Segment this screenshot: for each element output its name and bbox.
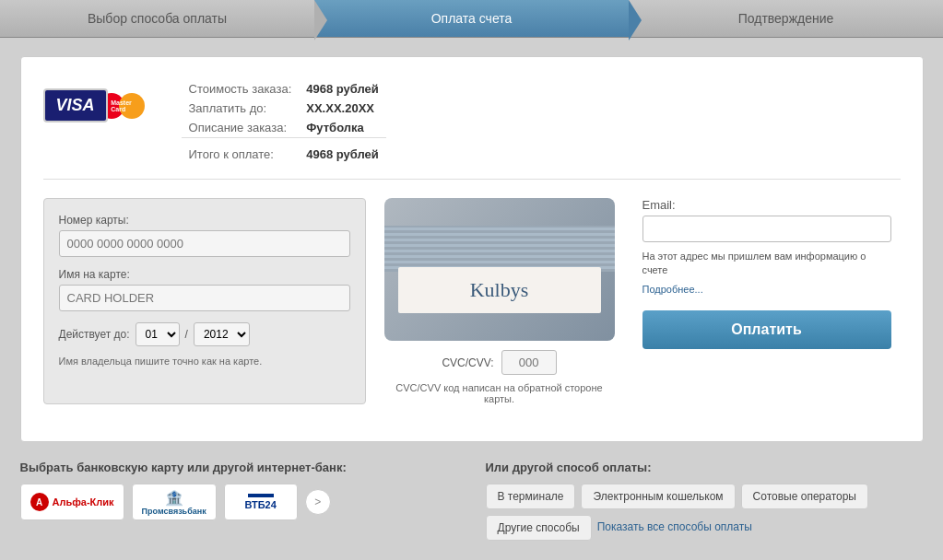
card-visual-panel: Kulbys CVC/CVV: CVC/CVV код написан на о… (384, 198, 615, 404)
cvc-note: CVC/CVV код написан на обратной стороне … (384, 382, 615, 404)
total-label: Итого к оплате: (182, 138, 300, 165)
expiry-separator: / (185, 328, 188, 341)
card-name-label: Имя на карте: (59, 268, 350, 281)
card-logos: VISA MasterCard (43, 88, 145, 122)
card-name-group: Имя на карте: (59, 268, 350, 311)
alfa-label: Альфа-Клик (53, 496, 114, 508)
card-details-panel: Номер карты: Имя на карте: Действует до:… (43, 198, 366, 404)
bank-select: Выбрать банковскую карту или другой инте… (20, 461, 458, 541)
bank-logos-row: А Альфа-Клик 🏦 Промсвязьбанк ВТБ24 > (20, 484, 458, 520)
vtb-label: ВТБ24 (244, 499, 276, 510)
signature-text: Kulbys (470, 278, 529, 302)
arrow-icon: > (314, 496, 321, 508)
mobile-button[interactable]: Сотовые операторы (741, 484, 868, 509)
bottom-section: Выбрать банковскую карту или другой инте… (20, 461, 924, 541)
bank-select-title: Выбрать банковскую карту или другой инте… (20, 461, 458, 474)
pay-before-label: Заплатить до: (182, 99, 300, 118)
card-number-label: Номер карты: (59, 214, 350, 227)
ewallet-button[interactable]: Электронным кошельком (581, 484, 735, 509)
promsvyaz-label: Промсвязьбанк (142, 507, 206, 516)
payment-tags: В терминале Электронным кошельком Сотовы… (486, 484, 924, 541)
email-input[interactable] (642, 216, 891, 242)
visa-logo: VISA (43, 88, 108, 122)
vtb-logo: ВТБ24 (244, 494, 276, 510)
main-content: VISA MasterCard Стоимость заказа: 4968 р… (20, 56, 924, 442)
email-more-link[interactable]: Подробнее... (642, 284, 703, 295)
total-value: 4968 рублей (299, 138, 386, 165)
pay-button[interactable]: Оплатить (642, 310, 891, 349)
email-pay-panel: Email: На этот адрес мы пришлем вам инфо… (633, 198, 901, 404)
nav-step-confirm[interactable]: Подтверждение (629, 0, 943, 37)
other-payment: Или другой способ оплаты: В терминале Эл… (486, 461, 924, 541)
email-note: На этот адрес мы пришлем вам информацию … (642, 250, 891, 278)
promsvyaz-icon: 🏦 (142, 489, 206, 507)
nav-step-select-label: Выбор способа оплаты (88, 11, 227, 26)
nav-step-payment[interactable]: Оплата счета (314, 0, 629, 37)
description-label: Описание заказа: (182, 118, 300, 138)
nav-step-confirm-label: Подтверждение (738, 11, 834, 26)
ewallet-label: Электронным кошельком (593, 490, 723, 503)
nav-step-select[interactable]: Выбор способа оплаты (0, 0, 314, 37)
cost-label: Стоимость заказа: (182, 79, 300, 99)
promsvyaz-logo: 🏦 Промсвязьбанк (142, 489, 206, 516)
pay-before-value: XX.XX.20XX (299, 99, 386, 118)
expiry-month-select[interactable]: 01020304 05060708 09101112 (136, 322, 180, 346)
description-value: Футболка (299, 118, 386, 138)
banks-next-button[interactable]: > (305, 489, 331, 515)
mc-text: MasterCard (111, 99, 132, 112)
vtb-bank-button[interactable]: ВТБ24 (224, 484, 298, 520)
nav-step-payment-label: Оплата счета (431, 11, 513, 26)
terminal-button[interactable]: В терминале (486, 484, 576, 509)
card-signature: Kulbys (398, 267, 601, 313)
order-info: VISA MasterCard Стоимость заказа: 4968 р… (43, 79, 901, 180)
other-payment-title: Или другой способ оплаты: (486, 461, 924, 474)
cost-value: 4968 рублей (299, 79, 386, 99)
other-methods-button[interactable]: Другие способы (486, 515, 592, 541)
alfa-icon: А (30, 493, 49, 511)
order-details: Стоимость заказа: 4968 рублей Заплатить … (182, 79, 901, 164)
card-note: Имя владельца пишите точно как на карте. (59, 356, 350, 367)
all-methods-link[interactable]: Показать все способы оплаты (597, 515, 752, 541)
terminal-label: В терминале (498, 490, 564, 503)
cvc-row: CVC/CVV: (384, 350, 615, 375)
other-label: Другие способы (498, 521, 580, 534)
expiry-label: Действует до: (59, 328, 130, 341)
top-navigation: Выбор способа оплаты Оплата счета Подтве… (0, 0, 943, 38)
card-name-input[interactable] (59, 285, 350, 311)
alfa-bank-button[interactable]: А Альфа-Клик (20, 484, 124, 520)
cvc-input[interactable] (501, 350, 557, 375)
card-stripe (384, 226, 615, 272)
expiry-row: Действует до: 01020304 05060708 09101112… (59, 322, 350, 346)
alfa-logo: А Альфа-Клик (30, 493, 114, 511)
card-number-input[interactable] (59, 230, 350, 257)
card-visual: Kulbys (384, 198, 615, 341)
mobile-label: Сотовые операторы (753, 490, 856, 503)
form-section: Номер карты: Имя на карте: Действует до:… (43, 198, 901, 404)
card-number-group: Номер карты: (59, 214, 350, 257)
email-label: Email: (642, 198, 891, 212)
promsvyaz-bank-button[interactable]: 🏦 Промсвязьбанк (132, 484, 217, 520)
vtb-bar (248, 494, 274, 497)
cvc-label: CVC/CVV: (442, 356, 493, 369)
expiry-year-select[interactable]: 2012201320142015 2016201720182019 2020 (194, 322, 250, 346)
